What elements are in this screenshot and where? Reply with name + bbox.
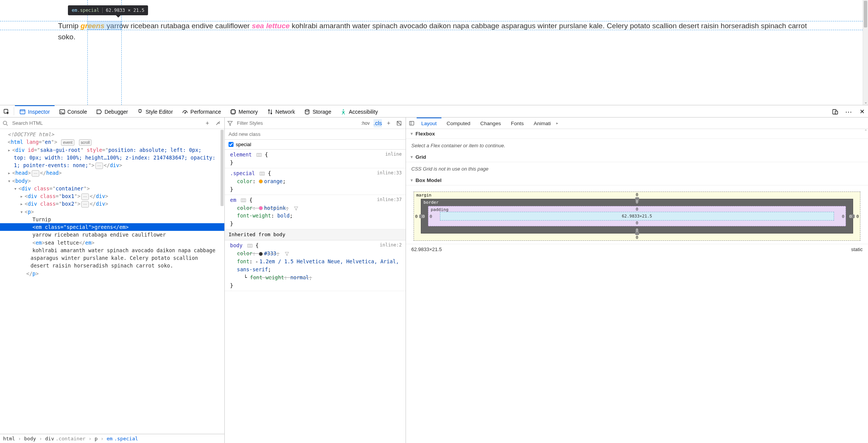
devtools: Inspector Console Debugger Style Editor … (0, 105, 868, 443)
svg-rect-15 (409, 121, 414, 125)
hov-button[interactable]: :hov (359, 120, 371, 127)
responsive-mode-button[interactable] (829, 105, 842, 117)
add-node-button[interactable]: ＋ (203, 119, 211, 127)
em-plain[interactable]: sea lettuce (252, 22, 290, 30)
more-button[interactable]: ⋯ (842, 105, 856, 117)
class-checkbox-special[interactable] (229, 142, 234, 147)
sidebar-toggle-button[interactable] (407, 119, 416, 127)
inspector-tooltip: em.special 62.9833 × 21.5 (68, 5, 148, 15)
tab-animations[interactable]: Animati (529, 118, 556, 129)
search-html-input[interactable] (11, 119, 201, 127)
markup-scrollbar[interactable] (220, 129, 224, 434)
new-rule-button[interactable]: ＋ (384, 119, 393, 127)
tab-accessibility[interactable]: Accessibility (336, 105, 382, 117)
filter-icon[interactable] (293, 206, 299, 211)
svg-point-9 (3, 121, 7, 124)
cls-button[interactable]: .cls (374, 119, 382, 127)
pick-element-button[interactable] (0, 105, 13, 117)
svg-point-3 (185, 113, 185, 113)
svg-rect-13 (241, 199, 246, 202)
tab-layout[interactable]: Layout (417, 118, 441, 129)
filter-styles-input[interactable] (235, 119, 357, 127)
tab-memory[interactable]: Memory (225, 105, 262, 117)
flex-icon (256, 152, 262, 158)
boxmodel-header[interactable]: ▼Box Model (406, 176, 868, 185)
add-class-input[interactable] (225, 129, 406, 140)
event-badge[interactable]: event (61, 139, 74, 146)
svg-rect-1 (20, 110, 25, 114)
tab-storage[interactable]: Storage (300, 105, 336, 117)
svg-rect-2 (60, 110, 64, 114)
svg-point-5 (305, 110, 309, 111)
tab-inspector[interactable]: Inspector (15, 105, 55, 117)
selected-node[interactable]: <em class="special">greens</em> (0, 223, 224, 231)
scroll-badge[interactable]: scroll (79, 139, 92, 146)
search-icon (2, 120, 8, 126)
filter-icon (227, 120, 233, 126)
svg-point-6 (343, 109, 344, 110)
tab-changes[interactable]: Changes (476, 118, 506, 129)
page-scrollbar[interactable]: ⌄ (863, 0, 868, 105)
eyedropper-button[interactable] (214, 119, 222, 127)
tab-console[interactable]: Console (55, 105, 92, 117)
element-highlight (87, 21, 121, 30)
tab-style-editor[interactable]: Style Editor (132, 105, 177, 117)
grid-header[interactable]: ▼Grid (406, 152, 868, 162)
svg-rect-14 (248, 244, 252, 247)
close-devtools-button[interactable]: ✕ (856, 105, 868, 117)
svg-rect-11 (257, 153, 261, 156)
tab-fonts[interactable]: Fonts (506, 118, 528, 129)
tab-network[interactable]: Network (262, 105, 300, 117)
tab-computed[interactable]: Computed (442, 118, 475, 129)
rules-list[interactable]: inline element {} inline:33 .special { c… (225, 150, 406, 443)
paragraph[interactable]: Turnip greens yarrow ricebean rutabaga e… (58, 21, 810, 43)
svg-rect-12 (260, 172, 264, 175)
rules-panel: :hov .cls ＋ special inline element {} in… (225, 118, 406, 443)
tab-performance[interactable]: Performance (177, 105, 225, 117)
layout-panel: Layout Computed Changes Fonts Animati ▸ … (406, 118, 868, 443)
devtools-toolbar: Inspector Console Debugger Style Editor … (0, 105, 868, 118)
box-model-diagram[interactable]: margin 0 0 0 0 border 0 0 (406, 185, 868, 244)
breadcrumbs[interactable]: html› body› div.container› p› em.special (0, 434, 224, 443)
markup-panel: ＋ <!DOCTYPE html> <html lang="en"> event… (0, 118, 225, 443)
tab-debugger[interactable]: Debugger (92, 105, 133, 117)
flexbox-header[interactable]: ▼Flexbox (406, 129, 868, 139)
svg-rect-8 (835, 111, 838, 114)
light-dark-button[interactable] (395, 119, 403, 127)
rendered-page: em.special 62.9833 × 21.5 Turnip greens … (0, 0, 868, 105)
svg-rect-4 (231, 110, 235, 114)
markup-tree[interactable]: <!DOCTYPE html> <html lang="en"> event s… (0, 129, 224, 434)
